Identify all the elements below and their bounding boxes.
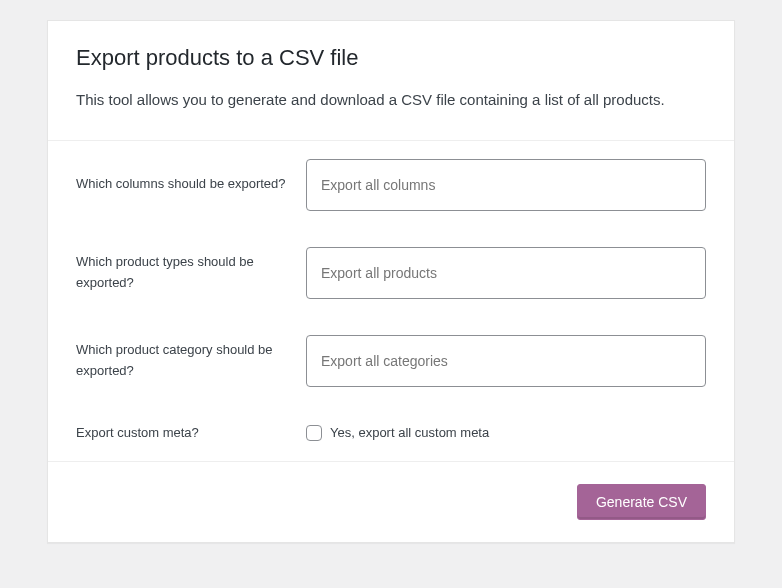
- product-category-select[interactable]: Export all categories: [306, 335, 706, 387]
- card-footer: Generate CSV: [48, 461, 734, 542]
- custom-meta-checkbox-wrap: Yes, export all custom meta: [306, 425, 706, 441]
- label-product-types: Which product types should be exported?: [76, 252, 306, 294]
- generate-csv-button[interactable]: Generate CSV: [577, 484, 706, 520]
- row-columns: Which columns should be exported? Export…: [48, 141, 734, 229]
- control-wrap-columns: Export all columns: [306, 159, 706, 211]
- card-body: Which columns should be exported? Export…: [48, 141, 734, 462]
- label-columns: Which columns should be exported?: [76, 174, 306, 195]
- row-custom-meta: Export custom meta? Yes, export all cust…: [48, 405, 734, 462]
- product-types-select-placeholder: Export all products: [321, 265, 437, 281]
- product-category-select-placeholder: Export all categories: [321, 353, 448, 369]
- product-types-select[interactable]: Export all products: [306, 247, 706, 299]
- row-product-category: Which product category should be exporte…: [48, 317, 734, 405]
- card-header: Export products to a CSV file This tool …: [48, 21, 734, 141]
- label-product-category: Which product category should be exporte…: [76, 340, 306, 382]
- page-subtitle: This tool allows you to generate and dow…: [76, 89, 706, 112]
- export-card: Export products to a CSV file This tool …: [47, 20, 735, 543]
- columns-select-placeholder: Export all columns: [321, 177, 435, 193]
- control-wrap-custom-meta: Yes, export all custom meta: [306, 425, 706, 441]
- label-custom-meta: Export custom meta?: [76, 423, 306, 444]
- columns-select[interactable]: Export all columns: [306, 159, 706, 211]
- page-title: Export products to a CSV file: [76, 45, 706, 71]
- control-wrap-product-category: Export all categories: [306, 335, 706, 387]
- row-product-types: Which product types should be exported? …: [48, 229, 734, 317]
- control-wrap-product-types: Export all products: [306, 247, 706, 299]
- custom-meta-checkbox-label[interactable]: Yes, export all custom meta: [330, 425, 489, 440]
- custom-meta-checkbox[interactable]: [306, 425, 322, 441]
